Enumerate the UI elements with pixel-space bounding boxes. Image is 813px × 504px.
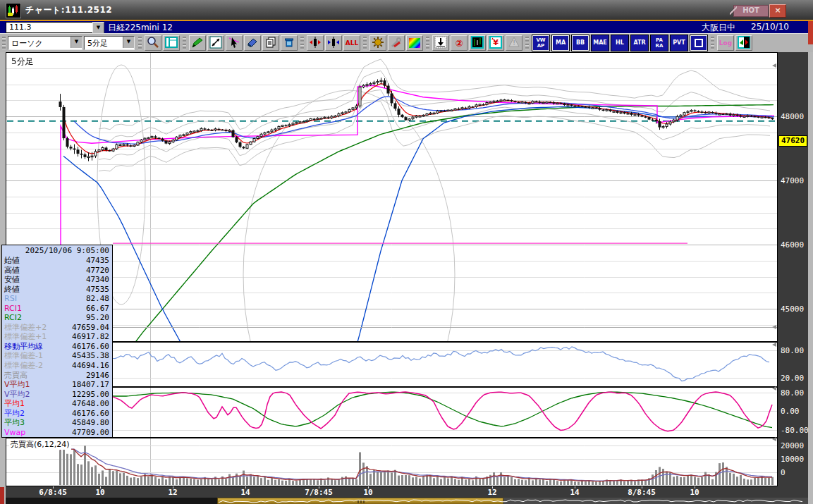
quadrant-icon xyxy=(738,36,750,51)
yen-button[interactable]: ¥ xyxy=(487,35,504,51)
toolbar-grip[interactable] xyxy=(300,37,304,49)
chart-canvas[interactable] xyxy=(0,0,813,504)
time-tick-label: 12 xyxy=(168,488,177,497)
indicator-pvt-button[interactable]: PVT xyxy=(670,35,688,51)
time-tick-label: 10 xyxy=(363,488,372,497)
title-bar[interactable]: チャート:111.2512 HOT × xyxy=(0,0,813,20)
tooltip-row: Vwap47709.00 xyxy=(2,428,112,438)
search-icon xyxy=(147,36,159,51)
time-tick-label: 6/8:45 xyxy=(39,488,67,497)
time-tick-label: 10 xyxy=(690,488,699,497)
toolbar-grip[interactable] xyxy=(2,37,6,49)
toolbar-grip[interactable] xyxy=(183,37,186,49)
chart-scrollbar[interactable] xyxy=(6,498,808,504)
second-window-button[interactable]: ② xyxy=(451,35,467,51)
indicator-vwap-button[interactable]: VW AP xyxy=(532,35,550,51)
pointer-button[interactable] xyxy=(226,35,243,51)
rsi-tick: 80.00 xyxy=(781,346,804,355)
colors-button[interactable] xyxy=(406,35,423,51)
indicator-hl-button[interactable]: HL xyxy=(611,35,629,51)
price-combo-input[interactable]: 111.3 xyxy=(6,22,99,33)
copy-button[interactable] xyxy=(262,35,279,51)
chart-type-value: ローソク xyxy=(11,37,43,49)
timeframe-value: 5分足 xyxy=(87,37,108,49)
eraser-button[interactable] xyxy=(244,35,261,51)
toolbar-grip[interactable] xyxy=(363,37,367,49)
pencil-icon xyxy=(191,36,204,51)
tooltip-row: RSI82.48 xyxy=(2,294,112,304)
bar-width-expand-button[interactable] xyxy=(307,35,324,51)
tools-button[interactable] xyxy=(388,35,405,51)
timeframe-select[interactable]: 5分足 ▼ xyxy=(84,36,135,50)
price-bars-icon xyxy=(471,36,484,51)
svg-text:!: ! xyxy=(513,39,515,47)
show-all-button[interactable]: ALL xyxy=(343,35,360,51)
tooltip-row: 移動平均線46176.60 xyxy=(2,342,112,352)
rsi-tick: 20.00 xyxy=(781,374,804,383)
draw-pencil-button[interactable] xyxy=(189,35,206,51)
zoom-button[interactable] xyxy=(145,35,161,51)
time-tick-label: 14 xyxy=(570,488,579,497)
volume-tick: 0 xyxy=(781,468,786,477)
indicator-atr-button[interactable]: ATR xyxy=(630,35,649,51)
chevron-down-icon[interactable]: ▼ xyxy=(123,37,134,48)
volume-tick: 10000 xyxy=(781,455,804,464)
chart-type-select[interactable]: ローソク ▼ xyxy=(8,36,82,50)
toolbar-grip[interactable] xyxy=(426,37,429,49)
toolbar-grip[interactable] xyxy=(138,37,142,49)
chart-window: チャート:111.2512 HOT × 111.3 ▼ 日経225mini 12… xyxy=(0,0,813,504)
tooltip-row: 標準偏差-244694.16 xyxy=(2,361,112,371)
trendline-button[interactable] xyxy=(207,35,224,51)
tooltip-datetime: 2025/10/06 9:05:00 xyxy=(2,245,112,256)
time-tick-label: 12 xyxy=(487,488,496,497)
indicator-frame-button[interactable] xyxy=(690,35,708,51)
time-tick-label: 8/8:45 xyxy=(628,488,656,497)
svg-text:¥: ¥ xyxy=(493,38,499,47)
ohlc-tooltip: 2025/10/06 9:05:00 始値47435高値47720安値47340… xyxy=(1,245,113,438)
toolbar-grip[interactable] xyxy=(525,37,529,49)
download-chart-button[interactable] xyxy=(432,35,449,51)
date-label: 25/10/10 xyxy=(751,22,789,32)
indicator-bb-button[interactable]: BB xyxy=(571,35,589,51)
window-frame-right xyxy=(808,21,813,504)
tooltip-row: 終値47535 xyxy=(2,285,112,295)
tooltip-row: 売買高29146 xyxy=(2,371,112,381)
scrollbar-minimap xyxy=(6,498,808,504)
indicator-para-button[interactable]: PA RA xyxy=(650,35,668,51)
price-combo-dropdown-icon[interactable]: ▼ xyxy=(92,22,104,34)
tooltip-row: 平均345849.80 xyxy=(2,418,112,428)
toolbar-grip[interactable] xyxy=(711,37,714,49)
tooltip-row: 安値47340 xyxy=(2,275,112,285)
close-button[interactable]: × xyxy=(769,4,786,18)
tooltip-row: V平均118407.17 xyxy=(2,380,112,390)
wrench-icon xyxy=(390,36,403,51)
layout-button[interactable] xyxy=(163,35,180,51)
square-icon xyxy=(695,39,703,47)
quadrant-view-button[interactable] xyxy=(735,35,752,51)
bar-width-shrink-button[interactable] xyxy=(325,35,342,51)
session-label: 大阪日中 xyxy=(702,22,735,34)
all-label: ALL xyxy=(346,39,358,47)
tooltip-row: RCI295.20 xyxy=(2,313,112,323)
rainbow-icon xyxy=(409,38,420,48)
rci-tick: 0.00 xyxy=(781,407,800,416)
tooltip-row: 標準偏差-145435.38 xyxy=(2,351,112,361)
price-tick: 45000 xyxy=(781,305,804,314)
log-scale-button[interactable]: Log xyxy=(717,35,734,51)
window-title: チャート:111.2512 xyxy=(25,4,112,16)
indicator-ma-button[interactable]: MA xyxy=(551,35,570,51)
price-board-button[interactable] xyxy=(469,35,486,51)
alert-button[interactable]: ! xyxy=(506,35,522,51)
price-axis[interactable]: 48000 47000 46000 45000 47620 80.00 20.0… xyxy=(778,52,808,486)
log-label: Log xyxy=(719,39,732,47)
candle-expand-icon xyxy=(309,36,322,51)
chevron-down-icon[interactable]: ▼ xyxy=(71,37,82,48)
settings-button[interactable] xyxy=(369,35,386,51)
warning-icon: ! xyxy=(508,36,520,51)
indicator-mae-button[interactable]: MAE xyxy=(591,35,609,51)
cursor-icon xyxy=(228,36,240,51)
delete-button[interactable] xyxy=(281,35,298,51)
time-axis[interactable]: 6/8:451012147/8:451012148/8:4510 xyxy=(6,486,808,498)
hot-button[interactable]: HOT xyxy=(733,5,769,17)
volume-panel-label: 売買高(6,12,24) xyxy=(9,439,71,450)
